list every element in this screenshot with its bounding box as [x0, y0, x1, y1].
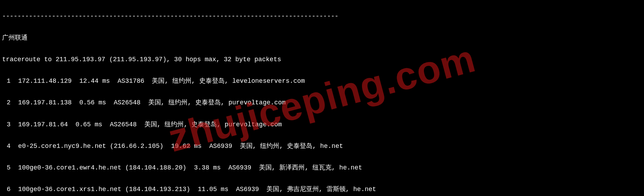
hop-line: 1 172.111.48.129 12.44 ms AS31786 美国, 纽约… [2, 76, 642, 87]
hop-detail: 100ge0-36.core1.xrs1.he.net (184.104.193… [18, 186, 376, 193]
separator-line: ----------------------------------------… [2, 11, 642, 22]
terminal-output: ----------------------------------------… [0, 0, 644, 196]
hop-line: 6 100ge0-36.core1.xrs1.he.net (184.104.1… [2, 184, 642, 195]
hop-detail: 169.197.81.64 0.65 ms AS26548 美国, 纽约州, 史… [18, 121, 282, 128]
hop-line: 2 169.197.81.138 0.56 ms AS26548 美国, 纽约州… [2, 97, 642, 108]
hop-line: 5 100ge0-36.core1.ewr4.he.net (184.104.1… [2, 162, 642, 173]
hop-detail: 100ge0-36.core1.ewr4.he.net (184.104.188… [18, 164, 362, 171]
hop-number: 6 [2, 184, 11, 195]
traceroute-header: traceroute to 211.95.193.97 (211.95.193.… [2, 54, 642, 65]
hop-number: 4 [2, 141, 11, 152]
hop-number: 2 [2, 97, 11, 108]
hop-detail: 169.197.81.138 0.56 ms AS26548 美国, 纽约州, … [18, 99, 286, 106]
hop-number: 1 [2, 76, 11, 87]
hop-number: 5 [2, 162, 11, 173]
route-title: 广州联通 [2, 33, 642, 44]
hop-number: 3 [2, 119, 11, 130]
hop-detail: 172.111.48.129 12.44 ms AS31786 美国, 纽约州,… [18, 77, 305, 85]
hop-line: 3 169.197.81.64 0.65 ms AS26548 美国, 纽约州,… [2, 119, 642, 130]
hop-line: 4 e0-25.core1.nyc9.he.net (216.66.2.105)… [2, 141, 642, 152]
hop-detail: e0-25.core1.nyc9.he.net (216.66.2.105) 1… [18, 143, 343, 150]
